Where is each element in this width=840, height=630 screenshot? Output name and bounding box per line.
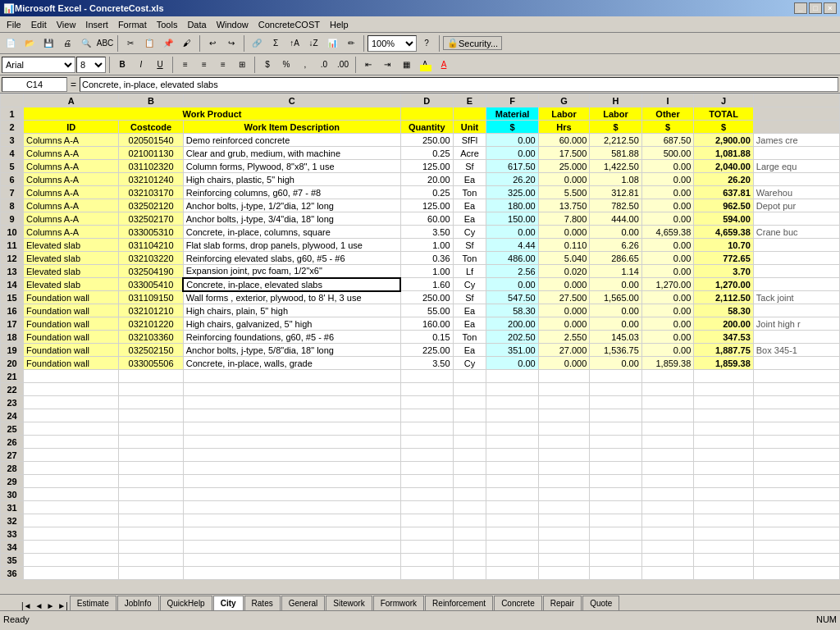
cell-15-J[interactable]: 2,112.50 bbox=[694, 291, 754, 304]
cell-30-8[interactable] bbox=[641, 488, 693, 501]
cell-35-4[interactable] bbox=[453, 554, 486, 567]
cell-33-8[interactable] bbox=[641, 527, 693, 541]
col-B-header[interactable]: B bbox=[119, 94, 183, 107]
spell-button[interactable]: ABC bbox=[96, 34, 114, 52]
cell-9-G[interactable]: 7.800 bbox=[538, 212, 590, 226]
sort-asc-button[interactable]: ↑A bbox=[285, 34, 304, 52]
cell-26-0[interactable] bbox=[24, 436, 119, 449]
cell-9-E[interactable]: Ea bbox=[453, 212, 486, 226]
row-14-header[interactable]: 14 bbox=[1, 278, 24, 291]
cell-2-A[interactable]: ID bbox=[24, 121, 119, 134]
cell-4-I[interactable]: 500.00 bbox=[641, 147, 693, 160]
cell-27-9[interactable] bbox=[694, 449, 754, 462]
cell-26-7[interactable] bbox=[590, 436, 641, 449]
cell-21-10[interactable] bbox=[753, 370, 839, 383]
tab-formwork[interactable]: Formwork bbox=[373, 596, 424, 610]
font-size-selector[interactable]: 8 bbox=[76, 57, 106, 73]
cell-29-1[interactable] bbox=[119, 475, 183, 488]
cell-8-D[interactable]: 125.00 bbox=[400, 199, 453, 212]
cell-23-6[interactable] bbox=[538, 396, 590, 409]
row-27-header[interactable]: 27 bbox=[1, 449, 24, 462]
cell-18-F[interactable]: 202.50 bbox=[486, 331, 538, 344]
cell-13-B[interactable]: 032504190 bbox=[119, 265, 183, 278]
row-2-header[interactable]: 2 bbox=[1, 121, 24, 134]
cell-19-A[interactable]: Foundation wall bbox=[24, 344, 119, 357]
print-preview-button[interactable]: 🔍 bbox=[77, 34, 95, 52]
cell-17-G[interactable]: 0.000 bbox=[538, 317, 590, 331]
cell-10-E[interactable]: Cy bbox=[453, 226, 486, 239]
row-6-header[interactable]: 6 bbox=[1, 173, 24, 186]
cell-3-B[interactable]: 020501540 bbox=[119, 134, 183, 147]
cell-9-C[interactable]: Anchor bolts, j-type, 3/4"dia, 18" long bbox=[183, 212, 400, 226]
cell-32-9[interactable] bbox=[694, 514, 754, 527]
cell-21-5[interactable] bbox=[486, 370, 538, 383]
cell-6-extra[interactable] bbox=[753, 173, 839, 186]
cell-21-6[interactable] bbox=[538, 370, 590, 383]
cell-25-10[interactable] bbox=[753, 422, 839, 436]
cell-5-H[interactable]: 1,422.50 bbox=[590, 160, 641, 173]
merge-center-button[interactable]: ⊞ bbox=[233, 56, 251, 74]
row-33-header[interactable]: 33 bbox=[1, 527, 24, 541]
cell-25-0[interactable] bbox=[24, 422, 119, 436]
cell-7-F[interactable]: 325.00 bbox=[486, 186, 538, 199]
cell-9-H[interactable]: 444.00 bbox=[590, 212, 641, 226]
cell-15-D[interactable]: 250.00 bbox=[400, 291, 453, 304]
row-28-header[interactable]: 28 bbox=[1, 462, 24, 475]
cell-32-3[interactable] bbox=[400, 514, 453, 527]
cell-10-extra[interactable]: Crane buc bbox=[753, 226, 839, 239]
tab-concrete[interactable]: Concrete bbox=[494, 596, 542, 610]
cell-20-H[interactable]: 0.00 bbox=[590, 357, 641, 370]
cell-36-2[interactable] bbox=[183, 567, 400, 580]
cell-6-G[interactable]: 0.000 bbox=[538, 173, 590, 186]
cell-26-8[interactable] bbox=[641, 436, 693, 449]
cell-8-B[interactable]: 032502120 bbox=[119, 199, 183, 212]
cell-29-10[interactable] bbox=[753, 475, 839, 488]
cell-31-8[interactable] bbox=[641, 501, 693, 514]
tab-first-button[interactable]: |◄ bbox=[21, 601, 32, 610]
cell-22-0[interactable] bbox=[24, 383, 119, 396]
cell-18-I[interactable]: 0.00 bbox=[641, 331, 693, 344]
cell-29-2[interactable] bbox=[183, 475, 400, 488]
cell-23-1[interactable] bbox=[119, 396, 183, 409]
cell-31-3[interactable] bbox=[400, 501, 453, 514]
cell-36-5[interactable] bbox=[486, 567, 538, 580]
cell-6-F[interactable]: 26.20 bbox=[486, 173, 538, 186]
cell-34-5[interactable] bbox=[486, 541, 538, 554]
underline-button[interactable]: U bbox=[151, 56, 169, 74]
cell-18-D[interactable]: 0.15 bbox=[400, 331, 453, 344]
titlebar-buttons[interactable]: _ □ × bbox=[794, 2, 837, 14]
cell-22-4[interactable] bbox=[453, 383, 486, 396]
cell-32-10[interactable] bbox=[753, 514, 839, 527]
cell-34-4[interactable] bbox=[453, 541, 486, 554]
row-8-header[interactable]: 8 bbox=[1, 199, 24, 212]
cell-33-4[interactable] bbox=[453, 527, 486, 541]
cell-15-A[interactable]: Foundation wall bbox=[24, 291, 119, 304]
cell-11-C[interactable]: Flat slab forms, drop panels, plywood, 1… bbox=[183, 239, 400, 252]
row-10-header[interactable]: 10 bbox=[1, 226, 24, 239]
sort-desc-button[interactable]: ↓Z bbox=[304, 34, 322, 52]
cell-27-4[interactable] bbox=[453, 449, 486, 462]
cell-12-D[interactable]: 0.36 bbox=[400, 252, 453, 265]
cell-19-H[interactable]: 1,536.75 bbox=[590, 344, 641, 357]
borders-button[interactable]: ▦ bbox=[397, 56, 415, 74]
row-7-header[interactable]: 7 bbox=[1, 186, 24, 199]
cell-23-7[interactable] bbox=[590, 396, 641, 409]
cell-18-B[interactable]: 032103360 bbox=[119, 331, 183, 344]
cell-26-4[interactable] bbox=[453, 436, 486, 449]
cell-33-9[interactable] bbox=[694, 527, 754, 541]
cell-10-J[interactable]: 4,659.38 bbox=[694, 226, 754, 239]
cell-36-0[interactable] bbox=[24, 567, 119, 580]
cell-7-J[interactable]: 637.81 bbox=[694, 186, 754, 199]
cell-19-E[interactable]: Ea bbox=[453, 344, 486, 357]
cell-21-3[interactable] bbox=[400, 370, 453, 383]
cell-15-F[interactable]: 547.50 bbox=[486, 291, 538, 304]
menu-item-view[interactable]: View bbox=[52, 18, 81, 31]
cell-11-H[interactable]: 6.26 bbox=[590, 239, 641, 252]
cell-23-0[interactable] bbox=[24, 396, 119, 409]
cell-33-10[interactable] bbox=[753, 527, 839, 541]
cell-30-9[interactable] bbox=[694, 488, 754, 501]
cell-6-D[interactable]: 20.00 bbox=[400, 173, 453, 186]
cell-24-8[interactable] bbox=[641, 409, 693, 422]
cell-28-4[interactable] bbox=[453, 462, 486, 475]
cell-36-3[interactable] bbox=[400, 567, 453, 580]
